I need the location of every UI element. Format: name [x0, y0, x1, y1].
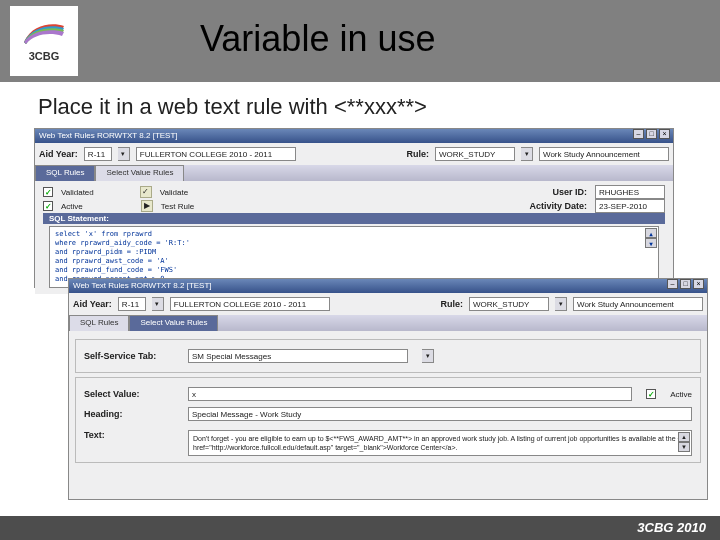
- tab-sql-rules[interactable]: SQL Rules: [35, 165, 95, 181]
- titlebar[interactable]: Web Text Rules RORWTXT 8.2 [TEST] – □ ×: [35, 129, 673, 143]
- select-value-field[interactable]: x: [188, 387, 632, 401]
- scroll-up-icon[interactable]: ▲: [678, 432, 690, 442]
- slide-title: Variable in use: [200, 18, 435, 60]
- rule-desc-field: Work Study Announcement: [539, 147, 669, 161]
- rule-label: Rule:: [407, 149, 430, 159]
- self-service-tab-section: Self-Service Tab: SM Special Messages ▾: [75, 339, 701, 373]
- active-label: Active: [61, 202, 83, 211]
- footer: 3CBG 2010: [0, 516, 720, 540]
- rule-code-field[interactable]: WORK_STUDY: [469, 297, 549, 311]
- rule-desc-field: Work Study Announcement: [573, 297, 703, 311]
- select-value-label: Select Value:: [84, 389, 174, 399]
- logo-text: 3CBG: [29, 50, 60, 62]
- active-checkbox[interactable]: [646, 389, 656, 399]
- sql-line: select 'x' from rprawrd: [55, 230, 653, 239]
- test-rule-button-icon[interactable]: ▶: [141, 200, 153, 212]
- aid-year-dropdown-icon[interactable]: ▾: [152, 297, 164, 311]
- validate-label: Validate: [160, 188, 188, 197]
- sql-statement-heading: SQL Statement:: [43, 213, 665, 224]
- rule-dropdown-icon[interactable]: ▾: [555, 297, 567, 311]
- self-service-tab-label: Self-Service Tab:: [84, 351, 174, 361]
- aid-year-dropdown-icon[interactable]: ▾: [118, 147, 130, 161]
- activity-date-field: 23-SEP-2010: [595, 199, 665, 213]
- sql-line: and rprawrd_awst_code = 'A': [55, 257, 653, 266]
- validated-checkbox[interactable]: [43, 187, 53, 197]
- aid-year-code-field[interactable]: R-11: [118, 297, 146, 311]
- flag-icon: [22, 20, 66, 48]
- select-value-panel: Self-Service Tab: SM Special Messages ▾ …: [69, 331, 707, 471]
- active-label: Active: [670, 390, 692, 399]
- sql-line: and rprawrd_pidm = :PIDM: [55, 248, 653, 257]
- validated-label: Validated: [61, 188, 94, 197]
- maximize-icon[interactable]: □: [680, 279, 691, 289]
- titlebar[interactable]: Web Text Rules RORWTXT 8.2 [TEST] – □ ×: [69, 279, 707, 293]
- tab-sql-rules[interactable]: SQL Rules: [69, 315, 129, 331]
- footer-text: 3CBG 2010: [637, 520, 706, 535]
- rule-dropdown-icon[interactable]: ▾: [521, 147, 533, 161]
- heading-field[interactable]: Special Message - Work Study: [188, 407, 692, 421]
- window-title: Web Text Rules RORWTXT 8.2 [TEST]: [73, 279, 212, 293]
- aid-year-code-field[interactable]: R-11: [84, 147, 112, 161]
- self-service-tab-field[interactable]: SM Special Messages: [188, 349, 408, 363]
- window-title: Web Text Rules RORWTXT 8.2 [TEST]: [39, 129, 178, 143]
- text-field[interactable]: Don't forget - you are eligible to earn …: [188, 430, 692, 456]
- key-block: Aid Year: R-11 ▾ FULLERTON COLLEGE 2010 …: [69, 293, 707, 315]
- aid-year-label: Aid Year:: [73, 299, 112, 309]
- slide-subtitle: Place it in a web text rule with <**xxx*…: [38, 94, 427, 120]
- self-service-tab-dropdown-icon[interactable]: ▾: [422, 349, 434, 363]
- test-rule-label: Test Rule: [161, 202, 194, 211]
- aid-year-desc-field: FULLERTON COLLEGE 2010 - 2011: [136, 147, 296, 161]
- text-label: Text:: [84, 430, 174, 440]
- aid-year-desc-field: FULLERTON COLLEGE 2010 - 2011: [170, 297, 330, 311]
- rule-label: Rule:: [441, 299, 464, 309]
- tab-select-value-rules[interactable]: Select Value Rules: [95, 165, 184, 181]
- close-icon[interactable]: ×: [693, 279, 704, 289]
- scroll-down-icon[interactable]: ▼: [645, 238, 657, 248]
- key-block: Aid Year: R-11 ▾ FULLERTON COLLEGE 2010 …: [35, 143, 673, 165]
- tabs: SQL Rules Select Value Rules: [35, 165, 673, 181]
- heading-label: Heading:: [84, 409, 174, 419]
- aid-year-label: Aid Year:: [39, 149, 78, 159]
- minimize-icon[interactable]: –: [667, 279, 678, 289]
- user-id-label: User ID:: [552, 187, 587, 197]
- logo: 3CBG: [10, 6, 78, 76]
- maximize-icon[interactable]: □: [646, 129, 657, 139]
- text-value: Don't forget - you are eligible to earn …: [193, 435, 685, 451]
- active-checkbox[interactable]: [43, 201, 53, 211]
- minimize-icon[interactable]: –: [633, 129, 644, 139]
- value-section: Select Value: x Active Heading: Special …: [75, 377, 701, 463]
- validate-button-icon[interactable]: ✓: [140, 186, 152, 198]
- tab-select-value-rules[interactable]: Select Value Rules: [129, 315, 218, 331]
- scroll-down-icon[interactable]: ▼: [678, 442, 690, 452]
- tabs: SQL Rules Select Value Rules: [69, 315, 707, 331]
- rule-code-field[interactable]: WORK_STUDY: [435, 147, 515, 161]
- sql-line: where rprawrd_aidy_code = 'R:T:': [55, 239, 653, 248]
- close-icon[interactable]: ×: [659, 129, 670, 139]
- sql-line: and rprawrd_fund_code = 'FWS': [55, 266, 653, 275]
- window-sql-rules: Web Text Rules RORWTXT 8.2 [TEST] – □ × …: [34, 128, 674, 288]
- activity-date-label: Activity Date:: [529, 201, 587, 211]
- scroll-up-icon[interactable]: ▲: [645, 228, 657, 238]
- window-select-value-rules: Web Text Rules RORWTXT 8.2 [TEST] – □ × …: [68, 278, 708, 500]
- user-id-field: RHUGHES: [595, 185, 665, 199]
